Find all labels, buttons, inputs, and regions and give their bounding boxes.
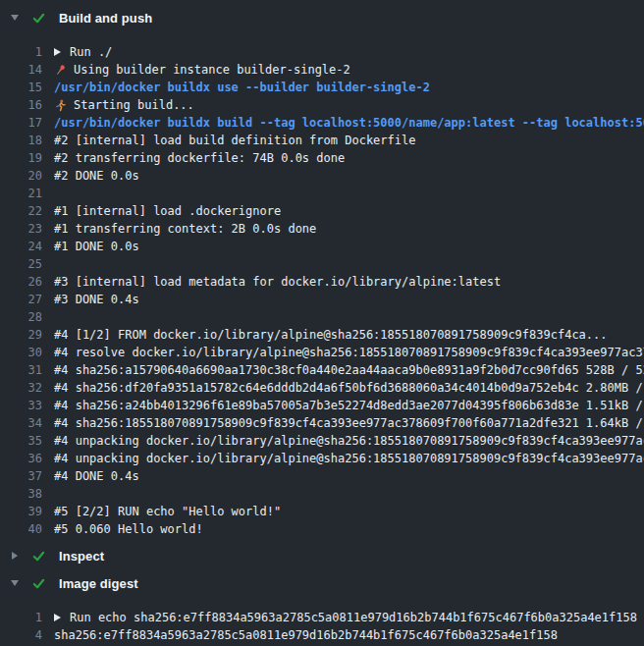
line-text: #4 sha256:185518070891758909c9f839cf4ca3… [54,414,644,432]
line-text: #4 DONE 0.4s [54,467,139,485]
line-text: /usr/bin/docker buildx build --tag local… [54,114,644,132]
section-chevron-icon[interactable] [10,15,20,21]
line-text: #4 unpacking docker.io/library/alpine@sh… [54,450,644,467]
line-text: #2 [internal] load build definition from… [54,132,415,149]
log-line: 37 #4 DONE 0.4s [0,467,644,485]
line-text: #1 DONE 0.0s [54,238,139,255]
line-text: #1 [internal] load .dockerignore [54,202,281,220]
line-text: /usr/bin/docker buildx use --builder bui… [54,79,430,96]
line-text [54,255,644,273]
line-number[interactable]: 28 [0,308,42,326]
line-number[interactable]: 15 [0,79,42,96]
log-line: 36 #4 unpacking docker.io/library/alpine… [0,450,644,467]
log-section-inspect: Inspect [0,542,644,569]
line-number[interactable]: 14 [0,61,42,79]
log-line: 1 Run ./ [0,43,644,61]
line-text: #4 sha256:a15790640a6690aa1730c38cf0a440… [54,361,644,379]
line-number[interactable]: 1 [0,609,42,626]
section-lines: 1 Run ./ 14 Using builder instance build… [0,31,644,542]
section-chevron-icon[interactable] [10,580,20,586]
line-number[interactable]: 37 [0,467,42,485]
log-line: 15 /usr/bin/docker buildx use --builder … [0,79,644,96]
line-number[interactable]: 16 [0,96,42,114]
section-title: Inspect [59,549,104,564]
line-number[interactable]: 4 [0,626,42,644]
line-number[interactable]: 23 [0,220,42,238]
line-number[interactable]: 21 [0,185,42,202]
line-text: Run echo sha256:e7ff8834a5963a2785c5a081… [70,609,637,626]
line-text: #1 [internal] load .dockerignore [54,202,644,220]
line-number[interactable]: 38 [0,485,42,503]
line-number[interactable]: 40 [0,520,42,538]
section-header-image-digest[interactable]: Image digest [0,569,644,597]
line-text: #1 DONE 0.0s [54,238,644,255]
run-toggle-icon[interactable] [54,614,61,621]
line-number[interactable]: 26 [0,273,42,291]
log-line: 39 #5 [2/2] RUN echo "Hello world!" [0,503,644,520]
line-number[interactable]: 20 [0,167,42,185]
line-number[interactable]: 36 [0,450,42,467]
section-header-build-and-push[interactable]: Build and push [0,4,644,31]
log-line: 35 #4 unpacking docker.io/library/alpine… [0,432,644,450]
line-text: #3 DONE 0.4s [54,291,644,308]
line-text: #2 DONE 0.0s [54,167,644,185]
log-line: 34 #4 sha256:185518070891758909c9f839cf4… [0,414,644,432]
log-line: 14 Using builder instance builder-single… [0,61,644,79]
line-number[interactable]: 35 [0,432,42,450]
line-text: Run ./ [70,43,112,61]
log-line: 20 #2 DONE 0.0s [0,167,644,185]
line-text: #4 sha256:a24bb4013296f61e89ba57005a7b3e… [54,397,644,414]
log-line: 19 #2 transferring dockerfile: 74B 0.0s … [0,149,644,167]
line-number[interactable]: 18 [0,132,42,149]
line-number[interactable]: 34 [0,414,42,432]
line-number[interactable]: 39 [0,503,42,520]
line-number[interactable]: 29 [0,326,42,344]
line-text: #4 DONE 0.4s [54,467,644,485]
check-icon [31,549,46,564]
line-number[interactable]: 1 [0,43,42,61]
line-text: #4 resolve docker.io/library/alpine@sha2… [54,344,644,361]
log-line: 31 #4 sha256:a15790640a6690aa1730c38cf0a… [0,361,644,379]
section-chevron-icon[interactable] [10,552,20,560]
log-section-image-digest: Image digest 1 Run echo sha256:e7ff8834a… [0,569,644,646]
line-text: Using builder instance builder-single-2 [74,61,350,79]
log-line: 32 #4 sha256:df20fa9351a15782c64e6dddb2d… [0,379,644,397]
run-toggle-icon[interactable] [54,48,61,56]
line-number[interactable]: 22 [0,202,42,220]
line-number[interactable]: 32 [0,379,42,397]
run-group-toggle[interactable]: Run ./ [54,43,644,61]
line-number[interactable]: 25 [0,255,42,273]
run-group-toggle[interactable]: Run echo sha256:e7ff8834a5963a2785c5a081… [54,609,644,626]
line-text: #4 sha256:df20fa9351a15782c64e6dddb2d4a6… [54,379,644,397]
line-number[interactable]: 30 [0,344,42,361]
runner-icon [54,99,67,112]
line-text [54,185,644,202]
line-text: /usr/bin/docker buildx build --tag local… [54,114,644,132]
line-number[interactable]: 31 [0,361,42,379]
line-text: #5 0.060 Hello world! [54,520,644,538]
workflow-log: Build and push 1 Run ./ 14 Using builder… [0,4,644,646]
line-text: #4 unpacking docker.io/library/alpine@sh… [54,432,644,450]
section-title: Image digest [59,576,138,591]
line-number[interactable]: 33 [0,397,42,414]
line-text: #4 unpacking docker.io/library/alpine@sh… [54,450,644,467]
line-text: Starting build... [54,96,644,114]
line-number[interactable]: 17 [0,114,42,132]
line-number[interactable]: 24 [0,238,42,255]
line-number[interactable]: 27 [0,291,42,308]
line-text: #2 DONE 0.0s [54,167,139,185]
line-text: #3 [internal] load metadata for docker.i… [54,273,501,291]
line-text: #4 resolve docker.io/library/alpine@sha2… [54,344,644,361]
line-text: Using builder instance builder-single-2 [54,61,644,79]
log-line: 25 [0,255,644,273]
check-icon [31,576,46,591]
line-text: #2 transferring dockerfile: 74B 0.0s don… [54,149,644,167]
line-text: #4 sha256:a15790640a6690aa1730c38cf0a440… [54,361,644,379]
section-header-inspect[interactable]: Inspect [0,542,644,569]
log-line: 27 #3 DONE 0.4s [0,291,644,308]
line-number[interactable]: 19 [0,149,42,167]
check-icon [31,11,46,26]
line-text: sha256:e7ff8834a5963a2785c5a0811e979d16b… [54,626,558,644]
line-text: #4 sha256:a24bb4013296f61e89ba57005a7b3e… [54,397,644,414]
section-title: Build and push [59,11,152,26]
